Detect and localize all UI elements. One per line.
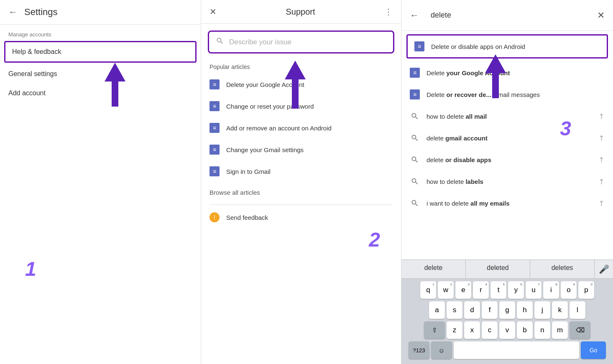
key-shift[interactable]: ⇧: [424, 321, 445, 339]
result-search-text-3: delete or disable apps: [427, 156, 598, 163]
suggestion-1[interactable]: delete: [401, 260, 466, 278]
arrow-shaft: [112, 81, 118, 107]
search-close-icon[interactable]: ✕: [597, 10, 605, 21]
step-3-number: 3: [560, 117, 571, 140]
support-header: ✕ Support ⋮: [201, 0, 401, 24]
article-item-4[interactable]: ≡ Change your Gmail settings: [201, 139, 401, 160]
key-w[interactable]: w2: [438, 281, 454, 299]
send-feedback-label: Send feedback: [226, 214, 268, 221]
key-y[interactable]: y6: [508, 281, 524, 299]
keyboard-suggestions: delete deleted deletes 🎤: [401, 260, 613, 279]
key-c[interactable]: c: [482, 321, 498, 339]
step-1-number: 1: [25, 257, 36, 280]
back-arrow-icon[interactable]: ←: [8, 7, 18, 18]
search-back-icon[interactable]: ←: [410, 10, 419, 21]
result-article-3[interactable]: ≡ Delete or recover de... Gmail messages: [401, 84, 613, 105]
key-p[interactable]: p0: [578, 281, 594, 299]
suggestion-2[interactable]: deleted: [466, 260, 530, 278]
keyboard: delete deleted deletes 🎤 q1 w2 e3 r4 t5 …: [401, 260, 613, 364]
result-search-text-1: how to delete all mail: [427, 113, 598, 120]
key-t[interactable]: t5: [490, 281, 506, 299]
key-symbols[interactable]: ?123: [409, 341, 429, 359]
result-article-text-1: Delete or disable apps on Android: [431, 43, 600, 50]
highlighted-result-box: ≡ Delete or disable apps on Android: [406, 34, 608, 59]
search-box[interactable]: Describe your issue: [209, 32, 393, 52]
key-space[interactable]: [454, 341, 579, 359]
key-h[interactable]: h: [517, 301, 533, 319]
result-search-5[interactable]: i want to delete all my emails ↗: [401, 192, 613, 214]
result-article-icon-2: ≡: [410, 68, 420, 78]
keyboard-row-3: ⇧ z x c v b n m ⌫: [403, 321, 611, 339]
key-e[interactable]: e3: [455, 281, 471, 299]
browse-all-link[interactable]: Browse all articles: [201, 182, 401, 203]
more-options-icon[interactable]: ⋮: [384, 7, 393, 17]
step2-arrow: [285, 61, 306, 109]
key-u[interactable]: u7: [526, 281, 541, 299]
support-title: Support: [217, 7, 384, 17]
send-feedback-item[interactable]: ! Send feedback: [201, 206, 401, 228]
article-icon-5: ≡: [209, 166, 220, 176]
step-2-number: 2: [369, 228, 380, 251]
key-z[interactable]: z: [447, 321, 462, 339]
step1-arrow: [105, 63, 125, 107]
suggestion-3[interactable]: deletes: [530, 260, 595, 278]
search-result-icon-2: [410, 133, 420, 143]
key-x[interactable]: x: [464, 321, 480, 339]
arrow-shaft-2: [292, 79, 299, 109]
article-item-3[interactable]: ≡ Add or remove an account on Android: [201, 117, 401, 139]
key-i[interactable]: i8: [543, 281, 559, 299]
search-placeholder[interactable]: Describe your issue: [229, 38, 386, 46]
search-box-wrapper: Describe your issue: [208, 31, 394, 53]
key-emoji[interactable]: ☺: [431, 341, 452, 359]
mic-button[interactable]: 🎤: [595, 260, 613, 278]
settings-header: ← Settings: [0, 0, 201, 25]
result-article-icon-1: ≡: [414, 41, 424, 51]
result-search-4[interactable]: how to delete labels ↗: [401, 171, 613, 192]
key-go[interactable]: Go: [581, 341, 606, 359]
keyboard-row-2: a s d f g h j k l: [403, 301, 611, 319]
help-feedback-item[interactable]: Help & feedback: [4, 41, 197, 63]
result-search-1[interactable]: how to delete all mail ↗: [401, 105, 613, 127]
result-article-1[interactable]: ≡ Delete or disable apps on Android: [408, 36, 607, 57]
result-article-2[interactable]: ≡ Delete your Google Account: [401, 62, 613, 84]
settings-panel: ← Settings Manage accounts Help & feedba…: [0, 0, 201, 364]
add-account-item[interactable]: Add account: [0, 84, 201, 103]
key-k[interactable]: k: [552, 301, 568, 319]
key-l[interactable]: l: [570, 301, 585, 319]
key-m[interactable]: m: [552, 321, 568, 339]
search-result-icon-4: [410, 176, 420, 186]
article-text-5: Sign in to Gmail: [226, 168, 271, 175]
key-d[interactable]: d: [464, 301, 480, 319]
support-close-icon[interactable]: ✕: [209, 7, 217, 17]
result-search-2[interactable]: delete gmail account ↗: [401, 127, 613, 149]
article-icon-4: ≡: [209, 145, 220, 155]
search-results-panel: ← delete ✕ ≡ Delete or disable apps on A…: [401, 0, 613, 364]
key-n[interactable]: n: [534, 321, 550, 339]
search-result-icon-1: [410, 111, 420, 121]
article-icon-2: ≡: [209, 101, 220, 111]
result-search-box[interactable]: delete: [426, 7, 597, 24]
key-r[interactable]: r4: [473, 281, 489, 299]
search-icon: [216, 37, 224, 47]
general-settings-item[interactable]: General settings: [0, 64, 201, 84]
result-search-3[interactable]: delete or disable apps ↗: [401, 149, 613, 171]
key-j[interactable]: j: [534, 301, 550, 319]
key-f[interactable]: f: [482, 301, 498, 319]
article-item-5[interactable]: ≡ Sign in to Gmail: [201, 160, 401, 182]
key-q[interactable]: q1: [420, 281, 436, 299]
help-feedback-label: Help & feedback: [12, 48, 61, 55]
key-o[interactable]: o9: [561, 281, 577, 299]
key-b[interactable]: b: [517, 321, 533, 339]
key-backspace[interactable]: ⌫: [570, 321, 590, 339]
search-query-text: delete: [431, 11, 451, 20]
result-search-text-2: delete gmail account: [427, 135, 598, 142]
key-a[interactable]: a: [429, 301, 445, 319]
section-divider: [209, 204, 393, 205]
key-v[interactable]: v: [499, 321, 515, 339]
key-s[interactable]: s: [447, 301, 462, 319]
settings-title: Settings: [24, 7, 58, 18]
key-g[interactable]: g: [499, 301, 515, 319]
support-panel: ✕ Support ⋮ Describe your issue Popular …: [201, 0, 401, 364]
result-article-text-3: Delete or recover de... Gmail messages: [427, 91, 605, 98]
search-header: ← delete ✕: [401, 0, 613, 31]
